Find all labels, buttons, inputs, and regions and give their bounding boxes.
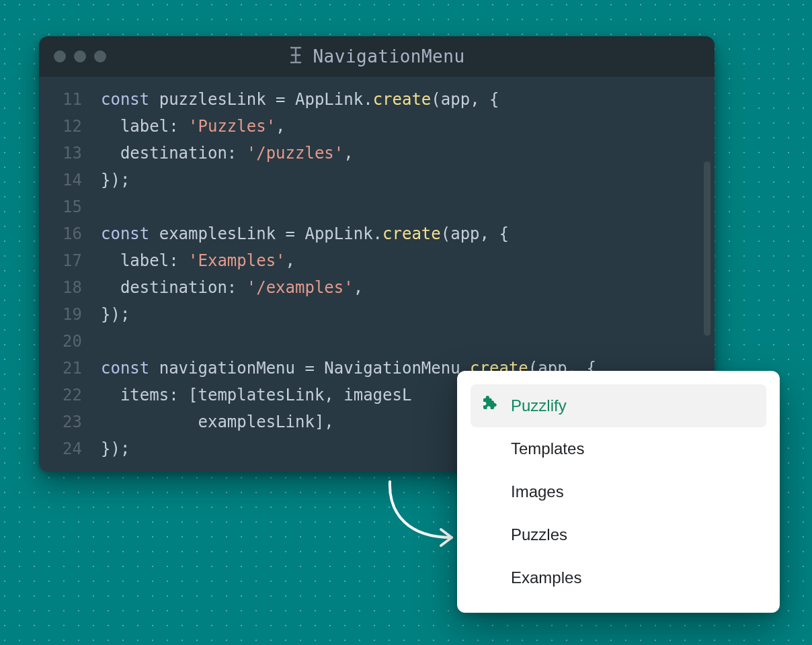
text-cursor-icon xyxy=(288,46,303,67)
menu-item-examples[interactable]: Examples xyxy=(471,556,766,599)
navigation-menu-popover: PuzzlifyTemplatesImagesPuzzlesExamples xyxy=(457,371,780,613)
line-number: 15 xyxy=(46,194,82,220)
line-number-gutter: 1112131415161718192021222324 xyxy=(46,86,86,472)
code-line[interactable]: destination: '/examples', xyxy=(101,274,596,301)
line-number: 12 xyxy=(46,113,82,140)
line-number: 19 xyxy=(46,301,82,328)
line-number: 17 xyxy=(46,247,82,274)
title-group: NavigationMenu xyxy=(39,46,715,67)
menu-item-templates[interactable]: Templates xyxy=(471,427,766,470)
line-number: 14 xyxy=(46,167,82,194)
menu-item-images[interactable]: Images xyxy=(471,470,766,513)
code-line[interactable]: }); xyxy=(101,167,596,194)
line-number: 24 xyxy=(46,435,82,462)
window-close-icon[interactable] xyxy=(54,50,66,62)
window-minimize-icon[interactable] xyxy=(74,50,86,62)
line-number: 20 xyxy=(46,328,82,355)
menu-item-label: Examples xyxy=(511,568,581,587)
line-number: 23 xyxy=(46,408,82,435)
line-number: 21 xyxy=(46,355,82,382)
scrollbar-thumb[interactable] xyxy=(704,161,710,336)
code-line[interactable]: }); xyxy=(101,301,596,328)
code-line[interactable] xyxy=(101,328,596,355)
line-number: 18 xyxy=(46,274,82,301)
code-line[interactable]: label: 'Puzzles', xyxy=(101,113,596,140)
menu-item-puzzlify[interactable]: Puzzlify xyxy=(471,384,766,427)
code-line[interactable]: destination: '/puzzles', xyxy=(101,140,596,167)
code-line[interactable]: const puzzlesLink = AppLink.create(app, … xyxy=(101,86,596,113)
code-line[interactable]: label: 'Examples', xyxy=(101,247,596,274)
titlebar: NavigationMenu xyxy=(39,36,715,77)
window-zoom-icon[interactable] xyxy=(94,50,106,62)
line-number: 11 xyxy=(46,86,82,113)
menu-item-puzzles[interactable]: Puzzles xyxy=(471,513,766,556)
code-line[interactable] xyxy=(101,194,596,220)
menu-item-label: Puzzles xyxy=(511,525,567,544)
line-number: 22 xyxy=(46,382,82,408)
menu-item-label: Puzzlify xyxy=(511,396,567,415)
menu-item-label: Images xyxy=(511,482,564,501)
puzzle-icon xyxy=(483,396,499,416)
arrow-icon xyxy=(376,478,464,552)
menu-item-label: Templates xyxy=(511,439,584,458)
window-controls xyxy=(54,50,106,62)
window-title: NavigationMenu xyxy=(313,46,464,67)
line-number: 16 xyxy=(46,220,82,247)
line-number: 13 xyxy=(46,140,82,167)
code-line[interactable]: const examplesLink = AppLink.create(app,… xyxy=(101,220,596,247)
